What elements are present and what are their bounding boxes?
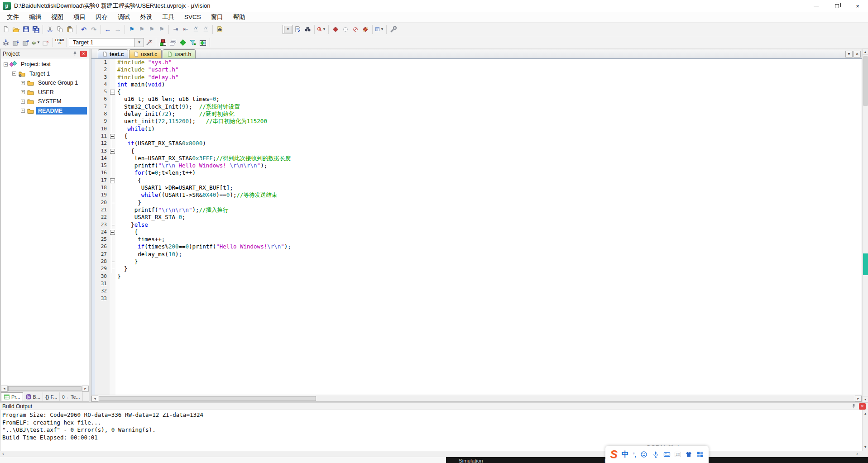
scroll-left-icon[interactable]: ‹ [2,451,4,456]
bookmark-toggle-button[interactable]: ⚑ [127,24,137,34]
indent-left-button[interactable]: ⇤ [181,24,191,34]
scroll-down-icon[interactable]: ▼ [864,444,866,451]
tree-item-source-group-1[interactable]: +Source Group 1 [1,78,89,88]
navigate-forward-button[interactable]: → [113,24,123,34]
build-output-hscrollbar[interactable]: ‹ › [0,451,868,457]
multi-project-button[interactable] [168,38,178,48]
menu-item-11[interactable]: 帮助 [228,12,250,22]
uncomment-selection-button[interactable] [201,24,211,34]
code-line-31[interactable]: 31 [91,280,862,287]
code-line-7[interactable]: 7 Stm32_Clock_Init(9); //系统时钟设置 [91,103,862,110]
breakpoint-kill-all-button[interactable] [360,24,370,34]
collapse-icon[interactable]: − [12,72,16,76]
panel-tab-pr[interactable]: Pr... [1,392,23,401]
binoculars-button[interactable] [302,24,312,34]
breakpoint-enable-button[interactable] [340,24,350,34]
scroll-left-icon[interactable]: ◄ [1,386,8,391]
document-find-button[interactable] [293,24,302,34]
target-select[interactable]: Target 1 [69,38,135,47]
scroll-down-icon[interactable]: ▼ [863,396,868,402]
code-line-20[interactable]: 20 } [91,199,862,206]
expand-icon[interactable]: + [21,100,25,104]
code-line-26[interactable]: 26 if(times%200==0)printf("Hello Windows… [91,243,862,250]
panel-tab-f[interactable]: {}F... [43,392,60,401]
bookmark-clear-button[interactable]: ⚑ [157,24,167,34]
tab-list-dropdown-icon[interactable]: ▼ [845,51,853,57]
panel-tab-b[interactable]: ?B... [23,392,43,401]
code-line-30[interactable]: 30} [91,273,862,280]
code-line-1[interactable]: 1#include "sys.h" [91,59,862,66]
undo-button[interactable]: ↶ [79,24,89,34]
code-line-27[interactable]: 27 delay_ms(10); [91,251,862,258]
scroll-thumb[interactable] [99,396,316,401]
tree-item-target-1[interactable]: −Target 1 [1,69,89,79]
batch-build-button[interactable]: ▼ [31,38,41,48]
menu-item-6[interactable]: 调试 [113,12,135,22]
pin-icon[interactable] [850,403,857,410]
configure-button[interactable] [388,24,398,34]
panel-tab-te[interactable]: 0→Te... [60,392,82,401]
rebuild-button[interactable] [21,38,31,48]
scroll-right-icon[interactable]: ► [855,396,862,401]
save-button[interactable] [21,24,31,34]
code-line-16[interactable]: 16 for(t=0;t<len;t++) [91,169,862,177]
code-area[interactable]: 1#include "sys.h"2#include "usart.h"3#in… [91,59,862,395]
find-in-files-button[interactable] [215,24,225,34]
scroll-left-icon[interactable]: ◄ [91,396,98,401]
code-line-10[interactable]: 10 while(1) [91,125,862,133]
fold-collapse-icon[interactable] [110,88,115,95]
code-line-23[interactable]: 23 }else [91,221,862,229]
build-button[interactable] [11,38,21,48]
code-line-22[interactable]: 22 USART_RX_STA=0; [91,214,862,221]
cut-button[interactable] [45,24,55,34]
editor-tab-test-c[interactable]: test.c [98,49,128,58]
comment-selection-button[interactable] [191,24,201,34]
debug-windows-button[interactable]: ▼ [374,24,384,34]
code-line-19[interactable]: 19 while((USART1->SR&0X40)==0);//等待发送结束 [91,191,862,199]
scroll-up-icon[interactable]: ▲ [864,410,866,418]
code-line-29[interactable]: 29 } [91,265,862,272]
toolbox-icon[interactable] [696,451,704,458]
stop-build-button[interactable] [41,38,51,48]
code-line-11[interactable]: 11 { [91,133,862,140]
code-line-33[interactable]: 33 [91,295,862,302]
pin-icon[interactable] [72,51,78,57]
collapse-icon[interactable]: − [4,62,8,67]
project-panel-close-icon[interactable]: × [80,51,87,57]
fold-collapse-icon[interactable] [110,133,115,140]
code-line-8[interactable]: 8 delay_init(72); //延时初始化 [91,110,862,118]
expand-icon[interactable]: + [21,90,25,94]
code-line-13[interactable]: 13 { [91,148,862,155]
code-line-4[interactable]: 4int main(void) [91,81,862,88]
fold-collapse-icon[interactable] [110,148,115,155]
manage-items-button[interactable] [158,38,168,48]
build-output-vscrollbar[interactable]: ▲▼ [862,410,868,451]
expand-icon[interactable]: + [21,81,25,85]
scroll-up-icon[interactable]: ▲ [863,49,868,55]
code-line-12[interactable]: 12 if(USART_RX_STA&0x8000) [91,140,862,147]
menu-item-10[interactable]: 窗口 [206,12,228,22]
navigate-back-button[interactable]: ← [103,24,113,34]
scroll-thumb[interactable] [863,56,868,106]
code-line-14[interactable]: 14 len=USART_RX_STA&0x3FFF;//得到此次接收到的数据长… [91,155,862,162]
scroll-right-icon[interactable]: ► [82,386,89,391]
restore-button[interactable] [826,0,847,12]
menu-item-8[interactable]: 工具 [157,12,179,22]
open-file-button[interactable] [11,24,21,34]
tree-item-system[interactable]: +SYSTEM [1,97,89,106]
keyboard-icon[interactable] [663,451,671,458]
menu-item-5[interactable]: 闪存 [91,12,113,22]
code-line-2[interactable]: 2#include "usart.h" [91,66,862,73]
minimize-button[interactable] [806,0,826,12]
menu-item-9[interactable]: SVCS [179,13,206,21]
bookmark-prev-button[interactable]: ⚑ [137,24,147,34]
code-line-25[interactable]: 25 times++; [91,236,862,243]
target-select-arrow-icon[interactable]: ▼ [135,38,144,47]
editor-tab-usart-c[interactable]: usart.c [129,49,162,58]
code-line-32[interactable]: 32 [91,287,862,295]
expand-icon[interactable]: + [21,109,25,113]
microphone-icon[interactable] [652,451,659,458]
translate-button[interactable] [1,38,11,48]
ime-badge[interactable]: 20 [675,452,681,457]
code-line-28[interactable]: 28 } [91,258,862,265]
